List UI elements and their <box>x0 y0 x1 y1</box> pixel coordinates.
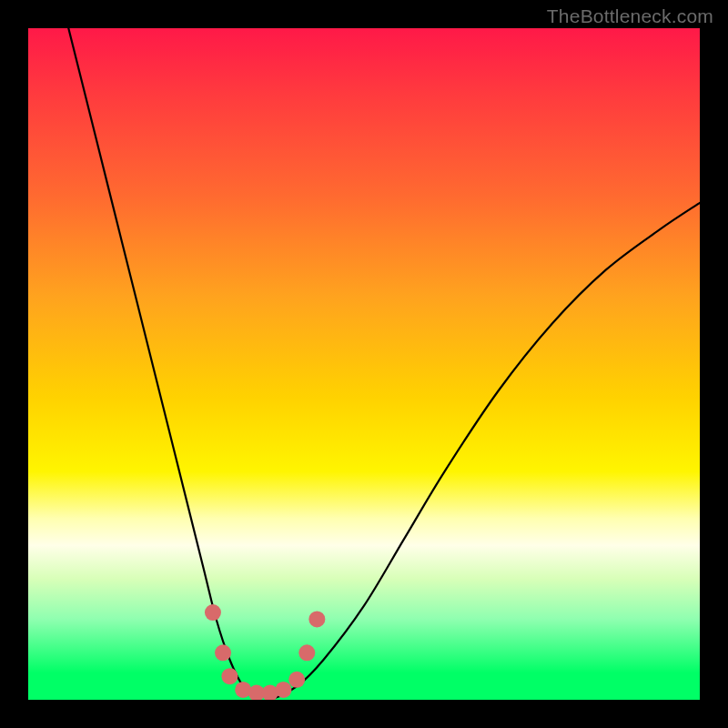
chart-svg <box>28 28 700 700</box>
bottleneck-curve-path <box>68 28 700 700</box>
watermark-text: TheBottleneck.com <box>547 5 713 27</box>
curve-marker <box>215 644 231 661</box>
curve-marker <box>205 604 221 621</box>
curve-marker <box>308 611 325 627</box>
marker-group <box>205 604 325 700</box>
curve-marker <box>275 682 291 698</box>
curve-marker <box>288 672 305 688</box>
curve-marker <box>298 644 315 661</box>
curve-marker <box>221 668 238 684</box>
chart-plot-area <box>28 28 700 700</box>
